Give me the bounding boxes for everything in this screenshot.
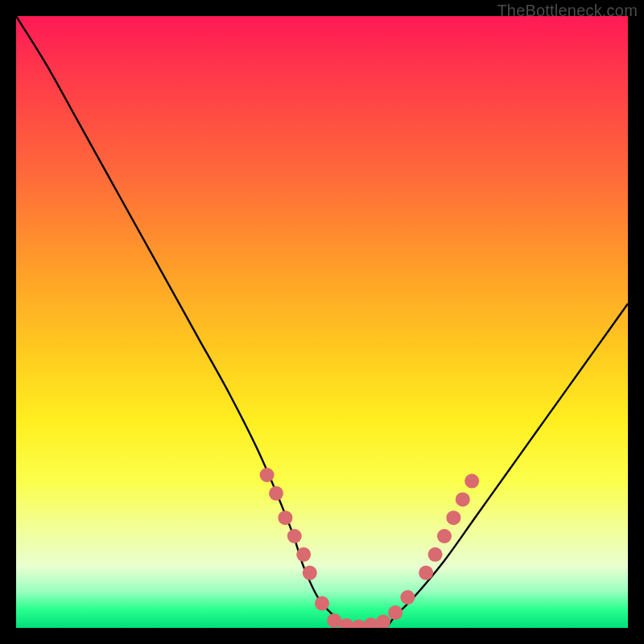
highlight-dot [260,468,275,482]
watermark: TheBottleneck.com [497,2,638,20]
chart-frame: TheBottleneck.com [0,0,644,644]
highlight-dot [303,566,317,580]
highlight-dot [419,566,433,580]
highlight-dot [464,474,479,489]
highlight-dot [315,597,329,611]
highlight-dot [287,529,302,543]
highlight-dot [376,614,390,628]
highlight-dot [456,492,470,506]
optimal-range-dots [260,468,480,628]
highlight-dot [428,547,443,562]
bottleneck-curve-svg [16,16,628,628]
plot-area [16,16,628,628]
highlight-dot [269,486,283,501]
bottleneck-curve [16,16,628,628]
highlight-dot [278,510,292,525]
highlight-dot [296,547,311,562]
highlight-dot [446,510,460,525]
highlight-dot [352,619,366,628]
highlight-dot [388,605,402,620]
highlight-dot [437,529,452,543]
highlight-dot [400,590,415,605]
